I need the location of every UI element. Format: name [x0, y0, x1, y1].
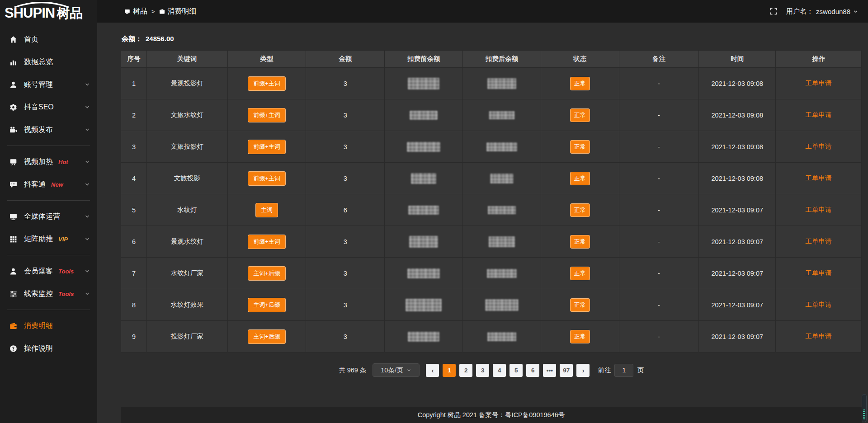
more-pages-button[interactable]: •••	[543, 364, 556, 377]
sidebar-item-member-burst[interactable]: 会员爆客 Tools	[0, 260, 97, 282]
cell-keyword: 投影灯厂家	[147, 321, 228, 352]
menu-divider	[7, 200, 90, 201]
menu-divider	[7, 146, 90, 146]
cell-post-balance	[463, 226, 541, 258]
sidebar-item-douyin-seo[interactable]: 抖音SEO	[0, 96, 97, 118]
sidebar-item-all-media[interactable]: 全媒体运营	[0, 205, 97, 228]
sidebar-item-video-publish[interactable]: 视频发布	[0, 118, 97, 141]
cell-type: 前缀+主词	[228, 226, 307, 258]
masked-value	[407, 268, 440, 278]
cell-index: 8	[121, 289, 147, 321]
hot-badge: Hot	[58, 159, 68, 165]
breadcrumb-home[interactable]: 树品	[124, 7, 147, 16]
fullscreen-icon[interactable]	[770, 8, 777, 15]
footer: Copyright 树品 2021 备案号：粤ICP备09019646号	[121, 407, 862, 423]
chevron-down-icon	[85, 182, 90, 187]
wallet-icon	[9, 322, 18, 330]
sidebar-item-label: 抖音SEO	[24, 103, 54, 112]
masked-value	[407, 142, 440, 152]
sidebar-item-consumption-details[interactable]: 消费明细	[0, 315, 97, 337]
cell-action: 工单申请	[776, 321, 862, 352]
masked-value	[408, 78, 439, 89]
table-row: 4 文旅投影 前缀+主词 3 正常 - 2021-12-03 09:08 工单申…	[121, 163, 862, 194]
cell-post-balance	[463, 99, 541, 131]
cell-pre-balance	[385, 131, 463, 163]
content: 余额：24856.00 序号关键词类型金额扣费前余额扣费后余额状态备注时间操作	[97, 23, 868, 423]
scrollbar[interactable]	[862, 394, 867, 422]
work-order-link[interactable]: 工单申请	[806, 174, 832, 182]
cell-pre-balance	[385, 68, 463, 99]
cell-action: 工单申请	[776, 99, 862, 131]
column-header: 状态	[541, 51, 619, 68]
page-button-3[interactable]: 3	[476, 364, 489, 377]
masked-value	[408, 206, 439, 215]
cell-amount: 3	[306, 68, 385, 99]
cell-pre-balance	[385, 289, 463, 321]
home-icon	[9, 35, 18, 44]
goto-page-input[interactable]	[614, 364, 633, 377]
topbar: 树品 > 消费明细 用户名： zswodun88	[97, 0, 868, 23]
column-header: 关键词	[147, 51, 228, 68]
sidebar-item-video-heat[interactable]: 视频加热 Hot	[0, 150, 97, 173]
sidebar-item-instructions[interactable]: 操作说明	[0, 337, 97, 360]
sidebar-item-label: 数据总览	[24, 57, 53, 67]
column-header: 金额	[306, 51, 385, 68]
work-order-link[interactable]: 工单申请	[806, 333, 832, 340]
table-row: 7 水纹灯厂家 主词+后缀 3 正常 - 2021-12-03 09:07 工单…	[121, 258, 862, 289]
work-order-link[interactable]: 工单申请	[806, 206, 832, 213]
status-badge: 正常	[570, 77, 590, 90]
work-order-link[interactable]: 工单申请	[806, 238, 832, 245]
sidebar-item-label: 会员爆客	[24, 267, 53, 276]
cell-remark: -	[619, 321, 699, 352]
app-window: SHUPIN树品 首页 数据总览 账号管理	[0, 0, 868, 423]
cell-type: 前缀+主词	[228, 99, 307, 131]
cell-index: 5	[121, 194, 147, 226]
page-button-4[interactable]: 4	[493, 364, 506, 377]
work-order-link[interactable]: 工单申请	[806, 269, 832, 277]
sidebar-item-data-overview[interactable]: 数据总览	[0, 51, 97, 73]
page-button-1[interactable]: 1	[443, 364, 456, 377]
cell-remark: -	[619, 194, 699, 226]
sidebar-item-account-management[interactable]: 账号管理	[0, 73, 97, 96]
grid-icon	[9, 235, 18, 244]
cell-status: 正常	[541, 163, 619, 194]
work-order-link[interactable]: 工单申请	[806, 111, 832, 118]
next-page-button[interactable]: ›	[576, 364, 590, 377]
work-order-link[interactable]: 工单申请	[806, 80, 832, 87]
page-button-6[interactable]: 6	[526, 364, 539, 377]
page-button-5[interactable]: 5	[509, 364, 523, 377]
page-button-2[interactable]: 2	[459, 364, 472, 377]
sidebar-item-douketong[interactable]: 抖客通 New	[0, 173, 97, 196]
cell-remark: -	[619, 289, 699, 321]
sidebar-item-home[interactable]: 首页	[0, 28, 97, 51]
chevron-down-icon	[406, 368, 411, 373]
new-badge: New	[51, 181, 63, 188]
cell-remark: -	[619, 163, 699, 194]
goto-unit: 页	[637, 366, 644, 375]
sidebar-item-label: 全媒体运营	[24, 212, 60, 221]
sidebar-item-label: 首页	[24, 35, 38, 44]
cell-keyword: 文旅投影灯	[147, 131, 228, 163]
prev-page-button[interactable]: ‹	[426, 364, 439, 377]
cell-action: 工单申请	[776, 226, 862, 258]
sidebar-item-clue-monitor[interactable]: 线索监控 Tools	[0, 282, 97, 305]
cell-type: 前缀+主词	[228, 68, 307, 99]
user-icon	[9, 80, 18, 89]
work-order-link[interactable]: 工单申请	[806, 143, 832, 150]
sidebar-item-matrix-boost[interactable]: 矩阵助推 VIP	[0, 228, 97, 250]
page-size-select[interactable]: 10条/页	[373, 363, 420, 377]
page-button-97[interactable]: 97	[560, 364, 573, 377]
table-row: 6 景观水纹灯 前缀+主词 3 正常 - 2021-12-03 09:07 工单…	[121, 226, 862, 258]
cell-amount: 3	[306, 131, 385, 163]
work-order-link[interactable]: 工单申请	[806, 301, 832, 308]
user-menu[interactable]: 用户名： zswodun88	[786, 7, 858, 16]
status-badge: 正常	[570, 108, 590, 122]
cell-remark: -	[619, 258, 699, 289]
sidebar-item-label: 消费明细	[24, 321, 53, 331]
cell-time: 2021-12-03 09:07	[699, 226, 776, 258]
cell-amount: 3	[306, 99, 385, 131]
cell-time: 2021-12-03 09:07	[699, 289, 776, 321]
cell-remark: -	[619, 131, 699, 163]
masked-value	[409, 236, 438, 248]
cell-index: 2	[121, 99, 147, 131]
